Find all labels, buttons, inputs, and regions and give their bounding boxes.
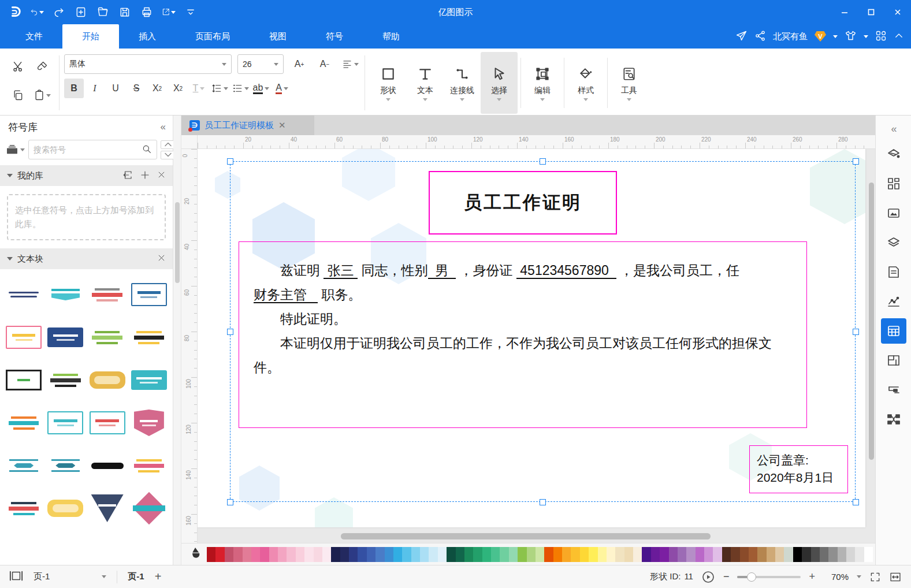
library-drawer-icon[interactable]	[6, 143, 25, 156]
color-swatch[interactable]	[757, 547, 766, 562]
color-swatch[interactable]	[314, 547, 322, 562]
add-page-button[interactable]: +	[155, 570, 162, 583]
zoom-slider-knob[interactable]	[747, 572, 756, 582]
color-swatch[interactable]	[367, 547, 375, 562]
title-shape[interactable]: 员工工作证明	[429, 171, 617, 235]
textblock-thumbnail[interactable]	[45, 445, 85, 486]
color-swatch[interactable]	[340, 547, 349, 562]
color-swatch[interactable]	[402, 547, 411, 562]
format-fill-icon[interactable]	[881, 142, 906, 167]
section-collapse-icon[interactable]	[7, 257, 13, 260]
menu-tab-开始[interactable]: 开始	[62, 24, 119, 49]
symbol-search-input[interactable]	[34, 145, 138, 154]
font-family-select[interactable]: 黑体	[64, 54, 232, 74]
color-swatch[interactable]	[251, 547, 260, 562]
expand-panel-icon[interactable]: «	[881, 120, 906, 137]
color-swatch[interactable]	[500, 547, 508, 562]
textblock-thumbnail[interactable]	[45, 317, 85, 358]
color-swatch[interactable]	[589, 547, 597, 562]
color-swatch[interactable]	[233, 547, 242, 562]
textblock-thumbnail[interactable]	[3, 317, 44, 358]
zoom-caret-icon[interactable]	[857, 575, 861, 578]
color-swatch[interactable]	[828, 547, 837, 562]
highlight-color-button[interactable]: ab	[251, 79, 271, 98]
color-swatch[interactable]	[580, 547, 589, 562]
minimize-button[interactable]	[831, 0, 858, 24]
color-swatch[interactable]	[296, 547, 304, 562]
color-swatch[interactable]	[607, 547, 615, 562]
floorplan-panel-icon[interactable]	[881, 348, 906, 373]
color-swatch[interactable]	[544, 547, 553, 562]
underline-button[interactable]: U	[106, 79, 125, 98]
subscript-button[interactable]: X2	[168, 79, 188, 98]
color-swatch[interactable]	[811, 547, 820, 562]
theme-caret-icon[interactable]	[864, 35, 868, 38]
fullscreen-button[interactable]	[869, 571, 881, 583]
selection-handle-top-left[interactable]	[227, 158, 233, 165]
style-tool-button[interactable]: 样式	[567, 52, 604, 114]
textblock-thumbnail[interactable]	[129, 317, 169, 358]
search-icon[interactable]	[142, 144, 152, 156]
save-button[interactable]	[118, 5, 132, 19]
textblock-thumbnail[interactable]	[129, 359, 169, 401]
dropdown-caret-icon[interactable]	[583, 98, 588, 101]
dropdown-caret-icon[interactable]	[460, 98, 464, 101]
color-swatch[interactable]	[447, 547, 455, 562]
zoom-out-button[interactable]: −	[723, 571, 730, 583]
color-swatch[interactable]	[775, 547, 784, 562]
color-swatch[interactable]	[375, 547, 384, 562]
textblock-thumbnail[interactable]	[87, 445, 128, 486]
color-swatch[interactable]	[269, 547, 278, 562]
color-swatch[interactable]	[784, 547, 793, 562]
fit-width-button[interactable]	[889, 571, 902, 583]
color-swatch[interactable]	[686, 547, 695, 562]
dropdown-caret-icon[interactable]	[540, 98, 545, 101]
color-swatch[interactable]	[767, 547, 775, 562]
print-button[interactable]	[140, 5, 154, 19]
table-panel-icon[interactable]	[881, 318, 906, 344]
selection-handle-bottom-left[interactable]	[227, 499, 233, 505]
selection-handle-bottom-mid[interactable]	[540, 499, 546, 505]
open-file-button[interactable]	[96, 5, 110, 19]
color-swatch[interactable]	[225, 547, 233, 562]
color-swatch[interactable]	[713, 547, 722, 562]
chart-panel-icon[interactable]	[881, 289, 906, 314]
page-tab[interactable]: 页-1	[128, 571, 144, 582]
document-tab[interactable]: ∋ 员工工作证明模板 ✕	[181, 116, 314, 135]
close-section-icon[interactable]	[157, 254, 166, 264]
color-swatch[interactable]	[660, 547, 668, 562]
color-swatch[interactable]	[243, 547, 251, 562]
maximize-button[interactable]	[858, 0, 884, 24]
color-swatch[interactable]	[642, 547, 650, 562]
color-swatch[interactable]	[598, 547, 607, 562]
canvas-viewport[interactable]: 员工工作证明 兹证明 张三 同志，性别 男 ，身份证 451234567890 …	[198, 149, 875, 543]
bold-button[interactable]: B	[64, 79, 84, 98]
color-swatch[interactable]	[287, 547, 295, 562]
export-button[interactable]	[162, 5, 176, 19]
color-swatch[interactable]	[624, 547, 633, 562]
components-panel-icon[interactable]	[881, 171, 906, 196]
textblock-thumbnail[interactable]	[45, 402, 85, 444]
import-library-icon[interactable]	[122, 170, 133, 182]
horizontal-scrollbar[interactable]	[341, 533, 711, 539]
theme-icon[interactable]	[845, 29, 857, 43]
sidebar-scrollbar[interactable]	[173, 116, 181, 565]
textblock-thumbnail[interactable]	[129, 402, 169, 444]
color-swatch[interactable]	[749, 547, 757, 562]
notes-panel-icon[interactable]	[881, 259, 906, 285]
color-swatch[interactable]	[562, 547, 571, 562]
textblock-thumbnail[interactable]	[129, 487, 169, 529]
textblock-thumbnail[interactable]	[87, 274, 128, 315]
textblock-section-header[interactable]: 文本块	[0, 248, 173, 269]
dropdown-caret-icon[interactable]	[423, 98, 427, 101]
presentation-mode-icon[interactable]	[9, 570, 23, 583]
outline-panel-icon[interactable]	[881, 377, 906, 403]
connector-panel-icon[interactable]	[881, 407, 906, 432]
increase-font-button[interactable]: A+	[289, 54, 309, 74]
color-swatch[interactable]	[802, 547, 810, 562]
my-library-section-header[interactable]: 我的库	[0, 165, 173, 186]
collapse-ribbon-icon[interactable]	[894, 31, 904, 43]
edit-tool-button[interactable]: 编辑	[524, 52, 561, 114]
color-swatch[interactable]	[385, 547, 393, 562]
page-select-dropdown[interactable]: 页-1	[34, 571, 106, 582]
